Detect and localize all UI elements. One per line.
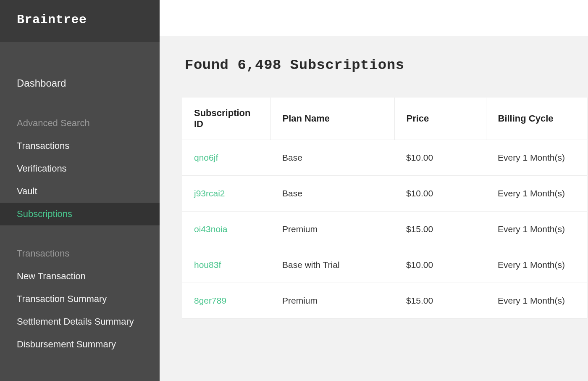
sidebar-item-settlement-details-summary[interactable]: Settlement Details Summary bbox=[0, 310, 160, 333]
sidebar-section-label: Advanced Search bbox=[17, 118, 90, 128]
cell-plan-name: Premium bbox=[270, 212, 394, 247]
sidebar-item-new-transaction[interactable]: New Transaction bbox=[0, 265, 160, 288]
sidebar-item-label: Transaction Summary bbox=[17, 294, 107, 304]
sidebar-item-label: New Transaction bbox=[17, 271, 86, 281]
table-row: hou83f Base with Trial $10.00 Every 1 Mo… bbox=[182, 247, 587, 283]
subscription-id-link[interactable]: hou83f bbox=[194, 260, 221, 270]
subscription-id-link[interactable]: oi43noia bbox=[194, 224, 227, 234]
cell-billing-cycle: Every 1 Month(s) bbox=[486, 140, 587, 176]
subscription-id-link[interactable]: 8ger789 bbox=[194, 296, 226, 305]
sidebar-header: Braintree bbox=[0, 0, 160, 42]
sidebar-item-disbursement-summary[interactable]: Disbursement Summary bbox=[0, 333, 160, 356]
subscriptions-table: Subscription ID Plan Name Price Billing … bbox=[182, 98, 587, 319]
column-header-price[interactable]: Price bbox=[394, 98, 486, 140]
page-title: Found 6,498 Subscriptions bbox=[185, 57, 588, 73]
cell-plan-name: Premium bbox=[270, 283, 394, 319]
column-header-subscription-id[interactable]: Subscription ID bbox=[182, 98, 270, 140]
sidebar-item-transaction-summary[interactable]: Transaction Summary bbox=[0, 288, 160, 310]
table-row: 8ger789 Premium $15.00 Every 1 Month(s) bbox=[182, 283, 587, 319]
sidebar-item-dashboard[interactable]: Dashboard bbox=[0, 71, 160, 97]
sidebar-section-advanced-search: Advanced Search bbox=[0, 112, 160, 135]
sidebar-item-label: Verifications bbox=[17, 163, 67, 174]
subscription-id-link[interactable]: j93rcai2 bbox=[194, 188, 225, 198]
cell-plan-name: Base bbox=[270, 140, 394, 176]
sidebar-item-vault[interactable]: Vault bbox=[0, 180, 160, 203]
table-header-row: Subscription ID Plan Name Price Billing … bbox=[182, 98, 587, 140]
column-header-billing-cycle[interactable]: Billing Cycle bbox=[486, 98, 587, 140]
cell-price: $10.00 bbox=[394, 176, 486, 212]
cell-price: $10.00 bbox=[394, 140, 486, 176]
table-row: j93rcai2 Base $10.00 Every 1 Month(s) bbox=[182, 176, 587, 212]
sidebar-item-subscriptions[interactable]: Subscriptions bbox=[0, 203, 160, 225]
cell-price: $15.00 bbox=[394, 283, 486, 319]
sidebar-section-transactions: Transactions bbox=[0, 242, 160, 265]
cell-billing-cycle: Every 1 Month(s) bbox=[486, 176, 587, 212]
topbar bbox=[160, 0, 588, 36]
sidebar-item-label: Disbursement Summary bbox=[17, 339, 116, 349]
sidebar-item-label: Transactions bbox=[17, 140, 69, 151]
brand-logo: Braintree bbox=[17, 13, 143, 27]
table-row: oi43noia Premium $15.00 Every 1 Month(s) bbox=[182, 212, 587, 247]
sidebar-item-transactions[interactable]: Transactions bbox=[0, 135, 160, 157]
sidebar-item-verifications[interactable]: Verifications bbox=[0, 157, 160, 180]
sidebar: Braintree Dashboard Advanced Search Tran… bbox=[0, 0, 160, 381]
cell-price: $10.00 bbox=[394, 247, 486, 283]
cell-billing-cycle: Every 1 Month(s) bbox=[486, 247, 587, 283]
cell-billing-cycle: Every 1 Month(s) bbox=[486, 212, 587, 247]
sidebar-body: Dashboard Advanced Search Transactions V… bbox=[0, 42, 160, 381]
sidebar-item-label: Dashboard bbox=[17, 77, 66, 89]
sidebar-section-label: Transactions bbox=[17, 248, 69, 259]
sidebar-item-label: Vault bbox=[17, 186, 37, 196]
column-header-plan-name[interactable]: Plan Name bbox=[270, 98, 394, 140]
main-content: Found 6,498 Subscriptions Subscription I… bbox=[160, 0, 588, 381]
sidebar-item-label: Settlement Details Summary bbox=[17, 316, 134, 327]
subscription-id-link[interactable]: qno6jf bbox=[194, 153, 218, 162]
cell-plan-name: Base with Trial bbox=[270, 247, 394, 283]
sidebar-item-label: Subscriptions bbox=[17, 209, 72, 219]
table-row: qno6jf Base $10.00 Every 1 Month(s) bbox=[182, 140, 587, 176]
cell-billing-cycle: Every 1 Month(s) bbox=[486, 283, 587, 319]
content-area: Found 6,498 Subscriptions Subscription I… bbox=[160, 36, 588, 319]
cell-plan-name: Base bbox=[270, 176, 394, 212]
cell-price: $15.00 bbox=[394, 212, 486, 247]
